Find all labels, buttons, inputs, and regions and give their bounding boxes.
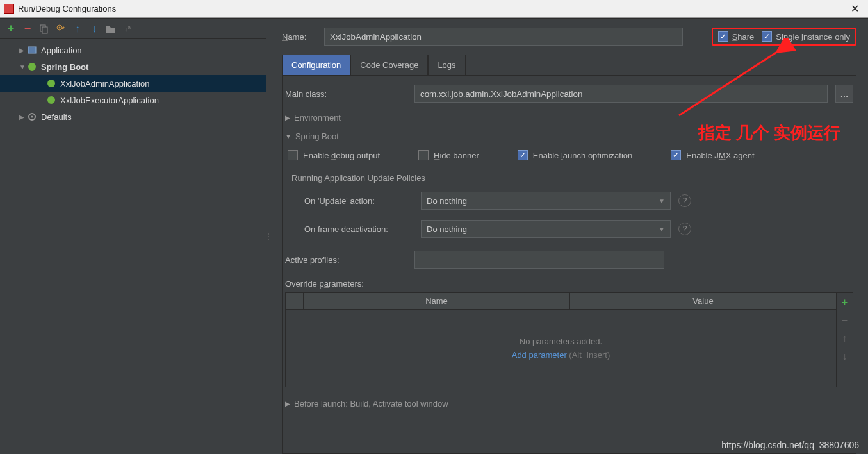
remove-config-icon[interactable]: − <box>22 23 33 35</box>
application-icon <box>27 45 37 55</box>
tree-item-xxljobexecutor[interactable]: XxlJobExecutorApplication <box>0 92 266 108</box>
app-icon <box>4 4 14 14</box>
empty-text: No parameters added. <box>520 337 602 346</box>
share-label: Share <box>732 32 755 42</box>
on-update-label: On 'Update' action: <box>304 196 413 206</box>
svg-point-5 <box>28 63 36 71</box>
tree-item-springboot[interactable]: ▼ Spring Boot <box>0 58 266 75</box>
add-parameter-link[interactable]: Add parameter <box>512 350 567 360</box>
chevron-down-icon: ▼ <box>659 226 665 233</box>
config-tree: ▶ Application ▼ Spring Boot XxlJobAdminA… <box>0 39 266 454</box>
main-class-input[interactable] <box>414 85 828 103</box>
tree-label: Defaults <box>41 112 72 122</box>
svg-point-7 <box>47 96 55 104</box>
tree-label: XxlJobAdminApplication <box>60 79 149 88</box>
override-params-label: Override parameters: <box>285 279 853 289</box>
tree-item-application[interactable]: ▶ Application <box>0 42 266 58</box>
checkbox-icon: ✓ <box>518 150 528 160</box>
environment-label: Environment <box>294 113 341 122</box>
table-side-ops: + − ↑ ↓ <box>836 293 853 387</box>
checkbox-icon: ✓ <box>718 31 728 42</box>
browse-button[interactable]: … <box>835 85 853 103</box>
folder-icon[interactable] <box>105 23 117 35</box>
active-profiles-label: Active profiles: <box>285 255 407 265</box>
titlebar: Run/Debug Configurations ✕ <box>0 0 868 18</box>
gear-icon <box>27 112 37 122</box>
active-profiles-input[interactable] <box>414 251 664 269</box>
name-input[interactable] <box>324 28 683 46</box>
row-down-icon[interactable]: ↓ <box>842 351 848 362</box>
tree-item-xxljobadmin[interactable]: XxlJobAdminApplication <box>0 75 266 92</box>
tab-code-coverage[interactable]: Code Coverage <box>350 55 428 75</box>
on-update-select[interactable]: Do nothing ▼ <box>421 192 671 210</box>
expand-icon: ▶ <box>19 47 27 54</box>
col-value: Value <box>570 293 836 309</box>
remove-row-icon[interactable]: − <box>842 315 848 326</box>
collapse-icon: ▼ <box>19 63 27 71</box>
on-frame-label: On frame deactivation: <box>304 224 413 234</box>
main-class-label: Main class: <box>285 89 407 99</box>
springboot-section[interactable]: ▼ Spring Boot <box>285 131 853 141</box>
checkbox-icon <box>418 150 429 160</box>
label: Enable debug output <box>303 151 380 160</box>
sidebar: + − ↑ ↓ ↓ª ▶ Application ▼ <box>0 19 266 454</box>
collapse-icon: ▼ <box>285 133 291 140</box>
tabs: Configuration Code Coverage Logs <box>282 55 856 76</box>
springboot-icon <box>46 78 56 88</box>
close-icon[interactable]: ✕ <box>846 3 864 15</box>
policies-header: Running Application Update Policies <box>291 173 853 183</box>
svg-point-6 <box>47 80 55 87</box>
help-icon[interactable]: ? <box>678 194 691 207</box>
dialog-body: + − ↑ ↓ ↓ª ▶ Application ▼ <box>0 18 868 454</box>
table-body: No parameters added. Add parameter (Alt+… <box>286 310 836 387</box>
share-checkbox[interactable]: ✓ Share <box>718 31 755 42</box>
name-label: Name: <box>282 32 314 42</box>
tab-configuration[interactable]: Configuration <box>282 55 350 75</box>
tree-label: Application <box>41 46 82 55</box>
watermark: https://blog.csdn.net/qq_38807606 <box>721 440 859 450</box>
label: Enable JMX agent <box>686 151 754 160</box>
environment-section[interactable]: ▶ Environment <box>285 113 853 122</box>
config-panel: Name: ✓ Share ✓ Single instance only Con… <box>270 19 868 454</box>
table-header: Name Value <box>286 293 836 310</box>
springboot-label: Spring Boot <box>295 131 339 141</box>
configuration-panel: Main class: … ▶ Environment ▼ Spring Boo… <box>282 76 856 454</box>
tab-logs[interactable]: Logs <box>428 55 465 75</box>
enable-jmx-checkbox[interactable]: ✓ Enable JMX agent <box>671 150 754 160</box>
add-row-icon[interactable]: + <box>842 297 848 308</box>
label: Enable launch optimization <box>533 151 632 160</box>
hide-banner-checkbox[interactable]: Hide banner <box>418 150 479 160</box>
sidebar-toolbar: + − ↑ ↓ ↓ª <box>0 19 266 39</box>
sort-icon[interactable]: ↓ª <box>122 23 133 35</box>
springboot-icon <box>46 95 56 105</box>
enable-debug-checkbox[interactable]: Enable debug output <box>288 150 380 160</box>
copy-config-icon[interactable] <box>38 23 50 35</box>
move-down-icon[interactable]: ↓ <box>88 23 100 35</box>
on-frame-select[interactable]: Do nothing ▼ <box>421 220 671 238</box>
checkbox-icon <box>288 150 298 160</box>
svg-rect-4 <box>28 47 36 53</box>
row-up-icon[interactable]: ↑ <box>842 333 848 344</box>
window-title: Run/Debug Configurations <box>18 4 116 13</box>
expand-icon: ▶ <box>19 114 27 121</box>
single-instance-checkbox[interactable]: ✓ Single instance only <box>762 31 850 42</box>
on-frame-row: On frame deactivation: Do nothing ▼ ? <box>285 220 853 238</box>
tree-label: XxlJobExecutorApplication <box>60 96 159 105</box>
springboot-icon <box>27 62 37 72</box>
before-launch-label: Before launch: Build, Activate tool wind… <box>294 399 448 408</box>
svg-point-3 <box>59 26 61 28</box>
checkbox-icon: ✓ <box>671 150 681 160</box>
enable-launch-opt-checkbox[interactable]: ✓ Enable launch optimization <box>518 150 632 160</box>
move-up-icon[interactable]: ↑ <box>72 23 83 35</box>
tree-item-defaults[interactable]: ▶ Defaults <box>0 108 266 125</box>
before-launch-section[interactable]: ▶ Before launch: Build, Activate tool wi… <box>285 399 853 408</box>
help-icon[interactable]: ? <box>678 223 691 235</box>
expand-icon: ▶ <box>285 114 290 121</box>
name-row: Name: ✓ Share ✓ Single instance only <box>282 28 856 46</box>
svg-point-9 <box>31 116 33 118</box>
edit-defaults-icon[interactable] <box>55 23 67 35</box>
add-config-icon[interactable]: + <box>5 23 17 35</box>
select-value: Do nothing <box>427 224 467 234</box>
svg-rect-1 <box>42 27 47 33</box>
tree-label: Spring Boot <box>41 62 88 72</box>
